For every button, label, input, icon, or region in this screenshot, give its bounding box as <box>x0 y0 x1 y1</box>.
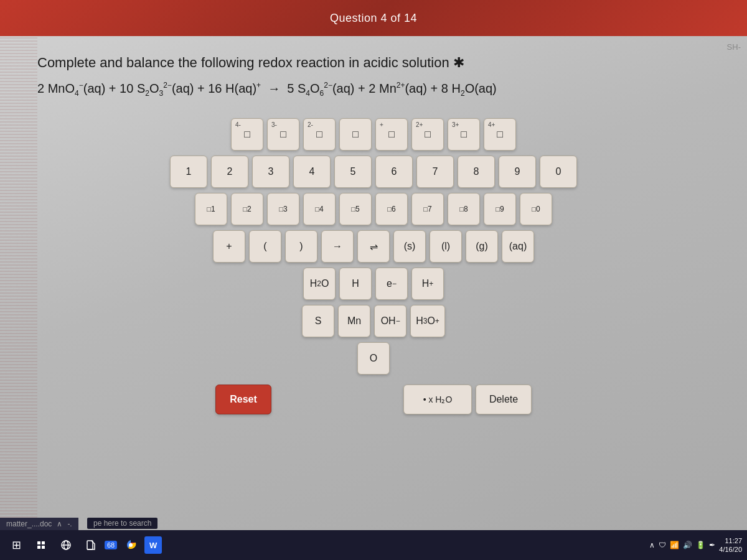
sub-3-btn[interactable]: □3 <box>267 193 299 225</box>
sub-8-btn[interactable]: □8 <box>448 193 480 225</box>
charge-plus-btn[interactable]: +□ <box>375 118 408 151</box>
sh-label: SH- <box>727 42 741 52</box>
h-btn[interactable]: H <box>339 268 372 300</box>
main-content: Complete and balance the following redox… <box>0 36 747 560</box>
equilibrium-btn[interactable]: ⇌ <box>357 230 390 263</box>
sub-4-btn[interactable]: □4 <box>303 193 336 225</box>
tray-up-icon[interactable]: ∧ <box>649 541 655 549</box>
top-bar: Question 4 of 14 <box>0 0 747 36</box>
taskbar-file-icon[interactable] <box>80 534 102 556</box>
taskbar-browser-icon[interactable] <box>55 534 77 556</box>
system-tray: ∧ 🛡 📶 🔊 🔋 ✒ 11:27 4/16/20 <box>649 536 742 554</box>
decorative-lines <box>0 36 37 560</box>
sub-1-btn[interactable]: □1 <box>195 193 227 225</box>
file-label-bar: matter_....doc ∧ -. <box>0 518 78 530</box>
sub-9-btn[interactable]: □9 <box>484 193 516 225</box>
taskbar-chrome-icon[interactable] <box>120 534 142 556</box>
search-label: pe here to search <box>93 519 151 528</box>
svg-rect-3 <box>42 546 45 549</box>
num-3-btn[interactable]: 3 <box>252 156 289 188</box>
svg-point-9 <box>129 543 133 547</box>
taskbar-time: 11:27 4/16/20 <box>719 536 742 554</box>
h2o-btn[interactable]: H2O <box>303 268 336 300</box>
num-9-btn[interactable]: 9 <box>499 156 536 188</box>
charge-2plus-btn[interactable]: 2+□ <box>411 118 444 151</box>
mn-btn[interactable]: Mn <box>338 305 370 337</box>
tray-pen-icon[interactable]: ✒ <box>709 541 715 549</box>
charge-row: 4-□ 3-□ 2-□ □ +□ 2+□ 3+□ 4+□ <box>231 118 516 151</box>
file-caret: ∧ <box>57 520 62 528</box>
aqueous-btn[interactable]: (aq) <box>502 230 534 263</box>
svg-rect-2 <box>37 546 40 549</box>
tray-volume-icon[interactable]: 🔊 <box>683 541 692 549</box>
file-name-label: matter_....doc <box>6 520 52 528</box>
charge-neutral-btn[interactable]: □ <box>339 118 372 151</box>
electron-btn[interactable]: e− <box>375 268 408 300</box>
chemical-equation: 2 MnO4−(aq) + 10 S2O32−(aq) + 16 H(aq)+ … <box>37 78 710 100</box>
question-title: Complete and balance the following redox… <box>37 55 710 71</box>
xh2o-btn[interactable]: • x H₂O <box>403 385 472 414</box>
charge-3plus-btn[interactable]: 3+□ <box>448 118 480 151</box>
sub-6-btn[interactable]: □6 <box>375 193 408 225</box>
sub-2-btn[interactable]: □2 <box>231 193 263 225</box>
notification-badge[interactable]: 68 <box>105 541 117 549</box>
charge-3minus-btn[interactable]: 3-□ <box>267 118 299 151</box>
svg-rect-7 <box>87 541 93 549</box>
liquid-btn[interactable]: (l) <box>430 230 462 263</box>
oh-btn[interactable]: OH− <box>374 305 406 337</box>
question-counter: Question 4 of 14 <box>330 12 417 25</box>
num-7-btn[interactable]: 7 <box>416 156 454 188</box>
tray-wifi-icon[interactable]: 📶 <box>670 541 679 549</box>
plus-btn[interactable]: + <box>213 230 245 263</box>
taskbar: ⊞ 68 W <box>0 530 747 560</box>
o-btn[interactable]: O <box>357 342 390 375</box>
chemistry-keyboard: 4-□ 3-□ 2-□ □ +□ 2+□ 3+□ 4+□ 1 <box>37 118 710 414</box>
element-row-2: S Mn OH− H3O+ <box>302 305 445 337</box>
charge-4plus-btn[interactable]: 4+□ <box>484 118 516 151</box>
solid-btn[interactable]: (s) <box>393 230 426 263</box>
taskbar-search-icon[interactable] <box>30 534 52 556</box>
action-row: Reset • x H₂O Delete <box>215 385 532 414</box>
symbol-row: + ( ) → ⇌ (s) (l) (g) (aq) <box>213 230 534 263</box>
close-paren-btn[interactable]: ) <box>285 230 317 263</box>
tray-battery-icon[interactable]: 🔋 <box>696 541 705 549</box>
arrow-btn[interactable]: → <box>321 230 354 263</box>
open-paren-btn[interactable]: ( <box>249 230 281 263</box>
num-5-btn[interactable]: 5 <box>334 156 372 188</box>
gas-btn[interactable]: (g) <box>466 230 498 263</box>
tray-shield-icon[interactable]: 🛡 <box>659 541 666 549</box>
s-btn[interactable]: S <box>302 305 334 337</box>
num-0-btn[interactable]: 0 <box>540 156 577 188</box>
start-button[interactable]: ⊞ <box>5 534 27 556</box>
bottom-search-bar: pe here to search <box>87 518 157 529</box>
num-8-btn[interactable]: 8 <box>458 156 495 188</box>
num-2-btn[interactable]: 2 <box>211 156 248 188</box>
number-row: 1 2 3 4 5 6 7 8 9 0 <box>170 156 577 188</box>
charge-2minus-btn[interactable]: 2-□ <box>303 118 336 151</box>
num-1-btn[interactable]: 1 <box>170 156 207 188</box>
svg-rect-0 <box>37 541 40 544</box>
num-6-btn[interactable]: 6 <box>375 156 413 188</box>
sub-7-btn[interactable]: □7 <box>411 193 444 225</box>
taskbar-word-icon[interactable]: W <box>144 536 162 554</box>
subscript-row: □1 □2 □3 □4 □5 □6 □7 □8 □9 □0 <box>195 193 552 225</box>
file-dash: -. <box>67 520 72 528</box>
num-4-btn[interactable]: 4 <box>293 156 331 188</box>
delete-btn[interactable]: Delete <box>476 385 532 414</box>
sub-5-btn[interactable]: □5 <box>339 193 372 225</box>
charge-4minus-btn[interactable]: 4-□ <box>231 118 263 151</box>
svg-rect-1 <box>42 541 45 544</box>
element-row-3: O <box>357 342 390 375</box>
reset-btn[interactable]: Reset <box>215 385 271 414</box>
h3o-btn[interactable]: H3O+ <box>410 305 445 337</box>
hplus-btn[interactable]: H+ <box>411 268 444 300</box>
sub-0-btn[interactable]: □0 <box>520 193 552 225</box>
element-row-1: H2O H e− H+ <box>303 268 444 300</box>
